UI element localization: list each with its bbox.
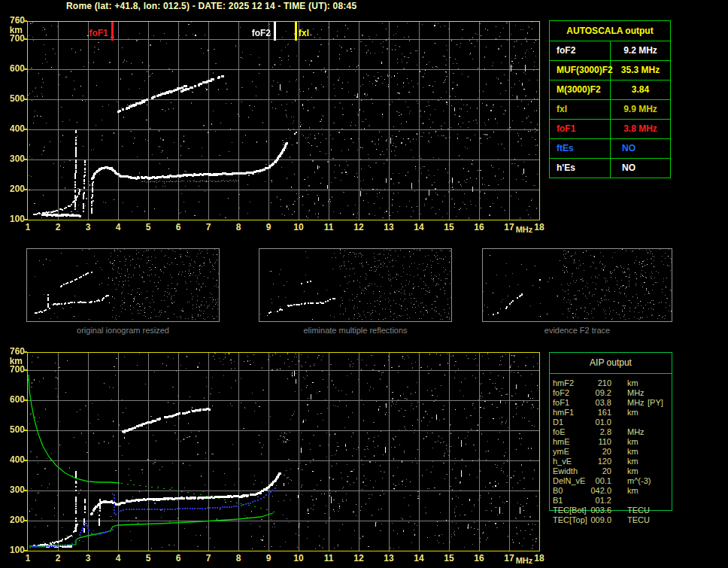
autoscala-param-label: foF2 [550,41,611,60]
thumbnail-canvas [27,249,219,321]
x-tick-label: 8 [229,553,247,563]
y-axis-tick [23,189,27,190]
x-tick-label: 7 [199,553,217,563]
autoscala-param-label: foF1 [550,120,611,138]
table-row: foF103.8MHz[PY] [549,398,671,408]
thumbnail-caption-3: evidence F2 trace [482,326,672,335]
x-tick-label: 2 [49,222,67,232]
autoscala-param-value: 35.3 MHz [611,61,670,80]
autoscala-param-label: M(3000)F2 [550,80,611,99]
marker-fof1-line [111,22,114,41]
x-tick-label: 11 [320,553,338,563]
x-tick-label: 4 [109,553,127,563]
autoscala-param-label: fxI [550,100,611,119]
aip-param-value: 003.6 [578,506,611,515]
aip-param-label: hmF2 [553,378,574,388]
y-axis-unit-label: km [0,356,23,366]
y-axis-tick [23,460,27,461]
table-row: TEC[Bot]003.6TECU [549,506,671,515]
aip-param-unit: MHz [627,388,645,398]
x-tick-label: 15 [440,553,458,563]
y-tick-label: 300 [0,484,25,495]
y-axis-tick [23,351,27,353]
table-row: M(3000)F23.84 [550,80,670,100]
y-axis-tick [23,219,27,220]
x-tick-label: 1 [19,222,37,232]
aip-param-value: 120 [578,457,611,466]
table-row: foF209.2MHz [549,388,671,398]
table-row: Ewidth20km [549,466,671,476]
x-tick-label: 11 [320,222,338,232]
x-tick-label: 15 [440,222,458,232]
autoscala-param-value: NO [611,139,670,158]
autoscala-param-label: h'Es [550,159,611,178]
aip-param-unit: km [627,466,639,476]
aip-param-unit: TECU [627,515,650,525]
y-axis-unit-label: km [0,25,23,35]
table-row: hmF2210km [549,378,671,388]
thumbnail-canvas [259,249,451,321]
x-tick-label: 6 [169,222,187,232]
autoscala-param-value: 3.84 [611,80,670,99]
y-tick-label: 500 [0,93,25,104]
y-tick-label: 400 [0,123,25,134]
aip-param-label: foF1 [553,398,569,408]
aip-param-unit: km [627,437,639,447]
aip-param-unit: MHz [627,427,645,437]
marker-fxi-label: fxI [299,28,326,38]
y-axis-tick [23,369,27,371]
x-tick-label: 3 [79,553,97,563]
marker-fxi-line [295,22,297,41]
aip-param-unit: km [627,378,639,388]
x-axis-unit-label: MHz [513,225,535,234]
table-row: ftEsNO [550,139,670,159]
x-tick-label: 5 [139,553,157,563]
x-tick-label: 3 [79,222,97,232]
x-tick-label: 5 [139,222,157,232]
aip-param-label: ymE [553,447,569,457]
x-tick-label: 10 [290,553,308,563]
aip-param-unit: km [627,486,639,496]
y-axis-tick [23,520,27,521]
aip-param-note: [PY] [648,398,663,408]
table-row: B0042.0km [549,486,671,496]
y-tick-label: 760 [0,15,25,26]
table-row: DelN_vE00.1m^(-3) [549,476,671,486]
x-tick-label: 16 [470,553,488,563]
y-axis-tick [23,99,27,100]
table-row: h'EsNO [550,159,670,178]
y-tick-label: 200 [0,515,25,525]
aip-param-value: 110 [578,437,611,447]
autoscala-param-value: 3.8 MHz [611,120,670,138]
top-ionogram-canvas [28,22,539,220]
x-tick-label: 2 [49,553,67,563]
page-title: Rome (lat: +41.8, lon: 012.5) - DATE: 20… [66,1,356,11]
aip-param-value: 042.0 [578,486,611,496]
autoscala-table-header: AUTOSCALA output [550,21,670,41]
y-axis-tick [23,129,27,130]
x-tick-label: 9 [259,553,278,563]
y-axis-tick [23,159,27,160]
aip-param-value: 210 [578,378,611,388]
autoscala-param-value: 9.9 MHz [611,100,670,119]
table-row: ymE20km [549,447,671,457]
aip-param-unit: km [627,408,639,418]
y-tick-label: 600 [0,63,25,74]
x-tick-label: 7 [199,222,217,232]
y-tick-label: 200 [0,184,25,194]
table-row: B101.2 [549,496,671,506]
table-row: TEC[Top]009.0TECU [549,515,671,525]
y-axis-tick [23,550,27,551]
table-row: fxI9.9 MHz [550,100,670,120]
aip-param-value: 2.8 [578,427,611,437]
aip-param-value: 00.1 [578,476,611,486]
aip-param-unit: MHz [627,398,645,408]
aip-param-label: hmF1 [553,408,574,418]
y-tick-label: 300 [0,153,25,164]
y-axis-tick [23,20,27,22]
autoscala-param-label: MUF(3000)F2 [550,61,611,80]
aip-param-value: 20 [578,466,611,476]
autoscala-param-label: ftEs [550,139,611,158]
table-row: hmF1161km [549,408,671,418]
y-axis-tick [23,430,27,431]
